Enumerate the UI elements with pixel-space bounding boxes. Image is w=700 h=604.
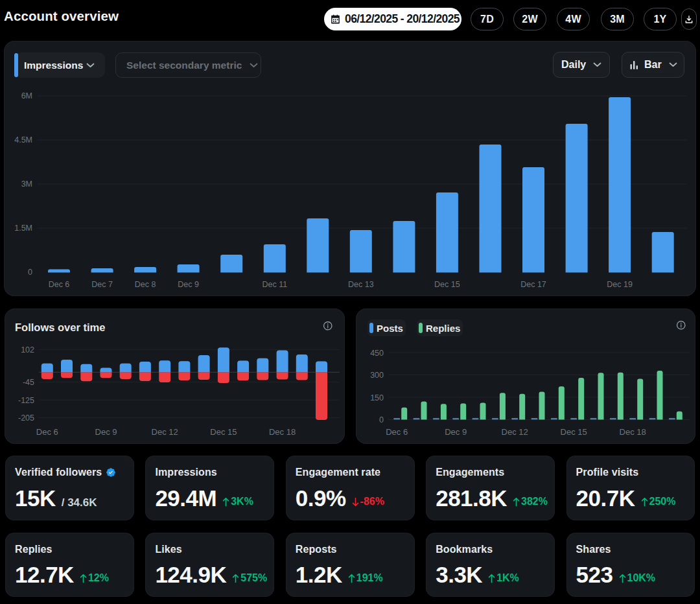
svg-text:Dec 11: Dec 11	[262, 280, 287, 289]
svg-text:0: 0	[379, 415, 384, 424]
svg-text:4.5M: 4.5M	[14, 135, 32, 145]
svg-text:Dec 6: Dec 6	[386, 427, 408, 437]
svg-text:Dec 8: Dec 8	[135, 280, 156, 289]
svg-text:Dec 6: Dec 6	[36, 427, 58, 437]
svg-text:300: 300	[370, 371, 384, 380]
svg-text:150: 150	[370, 393, 384, 402]
svg-text:-45: -45	[23, 378, 34, 387]
svg-text:-205: -205	[18, 413, 34, 423]
svg-text:Dec 15: Dec 15	[434, 280, 460, 289]
svg-text:3M: 3M	[21, 180, 32, 189]
svg-text:102: 102	[21, 345, 34, 354]
svg-text:Dec 9: Dec 9	[445, 427, 467, 437]
svg-text:Dec 17: Dec 17	[520, 280, 546, 289]
svg-text:Dec 9: Dec 9	[95, 427, 117, 437]
svg-text:450: 450	[370, 349, 384, 358]
svg-text:Dec 12: Dec 12	[502, 427, 528, 437]
svg-text:Dec 9: Dec 9	[178, 280, 199, 289]
svg-text:Dec 13: Dec 13	[348, 280, 374, 289]
svg-text:-125: -125	[18, 396, 34, 405]
svg-text:Dec 18: Dec 18	[269, 427, 296, 437]
svg-text:Dec 18: Dec 18	[620, 427, 646, 437]
svg-text:Dec 12: Dec 12	[152, 427, 178, 437]
svg-text:1.5M: 1.5M	[14, 224, 32, 233]
svg-text:Dec 19: Dec 19	[607, 280, 633, 289]
svg-text:Dec 15: Dec 15	[561, 427, 587, 437]
svg-text:Dec 15: Dec 15	[210, 427, 237, 437]
svg-text:Dec 6: Dec 6	[49, 280, 70, 289]
svg-text:Dec 7: Dec 7	[91, 280, 113, 289]
svg-text:0: 0	[28, 268, 32, 277]
svg-text:6M: 6M	[21, 91, 32, 100]
